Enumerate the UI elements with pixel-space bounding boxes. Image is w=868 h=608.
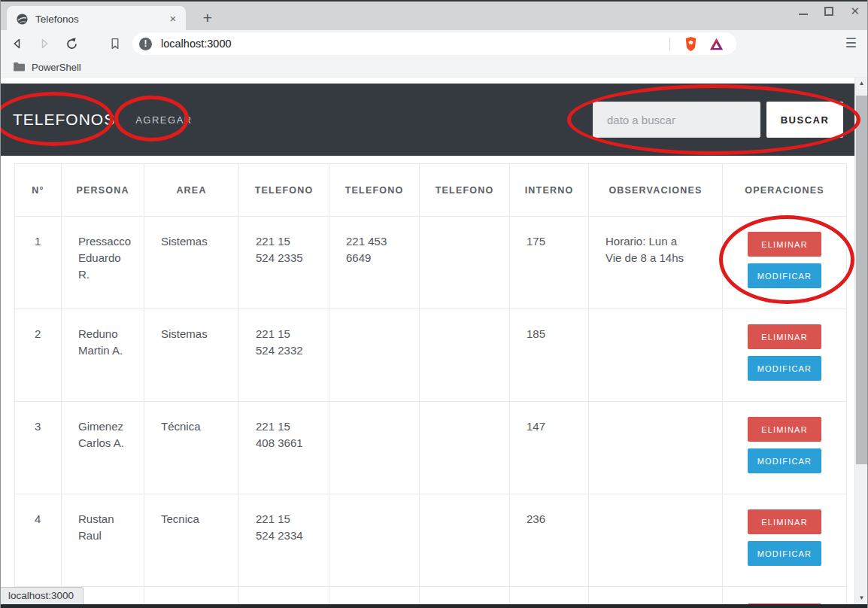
cell-interno: 175 [510, 217, 589, 309]
address-bar[interactable]: ! localhost:3000 [132, 32, 736, 55]
cell-persona: Reduno Martin A. [62, 309, 144, 402]
eliminar-button[interactable]: ELIMINAR [748, 324, 821, 349]
browser-window: Telefonos × + ✕ ! localhost:3000 [0, 0, 868, 608]
cell-area: Sistemas [144, 309, 239, 402]
col-header-persona: PERSONA [62, 164, 144, 217]
cell-area: Técnica [144, 402, 239, 494]
buscar-button[interactable]: BUSCAR [766, 102, 843, 138]
bookmark-icon[interactable] [105, 33, 126, 54]
bookmark-folder-powershell[interactable]: PowerShell [13, 62, 81, 73]
cell-telefono3 [420, 217, 510, 309]
url-text[interactable]: localhost:3000 [161, 38, 662, 50]
modificar-button[interactable]: MODIFICAR [748, 356, 821, 381]
table-row: 2 Reduno Martin A. Sistemas 221 15 524 2… [15, 309, 847, 402]
folder-icon [13, 62, 26, 72]
cell-telefono3 [420, 402, 510, 494]
cell-telefono2 [329, 309, 420, 402]
eliminar-button[interactable]: ELIMINAR [748, 509, 821, 534]
cell-telefono1: 221 15 524 2334 [239, 494, 329, 587]
table-row: 3 Gimenez Carlos A. Técnica 221 15 408 3… [15, 402, 847, 494]
cell-operaciones: ELIMINAR MODIFICAR [723, 309, 847, 402]
cell-observaciones [589, 402, 723, 494]
cell-telefono1: 221 15 524 2335 [239, 217, 329, 309]
eliminar-button[interactable]: ELIMINAR [748, 232, 821, 257]
col-header-operaciones: OPERACIONES [723, 164, 847, 217]
reload-button[interactable] [61, 33, 82, 54]
nav-link-agregar[interactable]: AGREGAR [135, 114, 193, 126]
window-bottom-edge [1, 604, 867, 608]
table-row: 1 Pressacco Eduardo R. Sistemas 221 15 5… [15, 217, 847, 309]
modificar-button[interactable]: MODIFICAR [748, 541, 821, 566]
app-navbar: TELEFONOS AGREGAR BUSCAR [1, 84, 856, 156]
cell-observaciones [589, 494, 723, 587]
status-link-tooltip: localhost:3000 [1, 587, 83, 604]
cell-numero: 1 [15, 217, 62, 309]
cell-telefono3 [420, 309, 510, 402]
cell-area: Tecnica [144, 494, 239, 587]
back-button[interactable] [7, 33, 28, 54]
scroll-up-icon[interactable]: ▲ [855, 78, 867, 90]
col-header-numero: N° [15, 164, 62, 217]
cell-operaciones: ELIMINAR MODIFICAR [723, 402, 847, 494]
divider [669, 38, 670, 50]
tab-strip: Telefonos × + ✕ [1, 0, 867, 30]
table-row: 4 Rustan Raul Tecnica 221 15 524 2334 23… [15, 494, 847, 587]
tab-close-icon[interactable]: × [166, 12, 180, 26]
cell-operaciones: ELIMINAR MODIFICAR [723, 217, 847, 309]
col-header-observaciones: OBSERVACIONES [589, 164, 723, 217]
cell-area: Sistemas [144, 217, 239, 309]
close-window-button[interactable]: ✕ [850, 6, 860, 17]
cell-telefono3 [420, 494, 510, 587]
table-header-row: N° PERSONA AREA TELEFONO TELEFONO TELEFO… [15, 164, 847, 217]
cell-numero: 2 [15, 309, 62, 402]
cell-numero: 4 [15, 494, 62, 587]
cell-interno: 185 [510, 309, 589, 402]
cell-observaciones [589, 309, 723, 402]
modificar-button[interactable]: MODIFICAR [748, 448, 821, 473]
bookmarks-bar: PowerShell [1, 57, 867, 78]
scrollbar-thumb[interactable] [856, 96, 867, 464]
bookmark-folder-label: PowerShell [32, 62, 81, 73]
tab-favicon-globe-icon [16, 13, 29, 26]
page-viewport: TELEFONOS AGREGAR BUSCAR N° PERSONA AREA… [1, 78, 867, 604]
page-scrollbar[interactable]: ▲ ▼ [854, 78, 867, 604]
cell-operaciones: ELIMINAR MODIFICAR [723, 494, 847, 587]
minimize-button[interactable] [799, 8, 808, 15]
new-tab-button[interactable]: + [198, 8, 217, 28]
cell-telefono2 [329, 494, 420, 587]
phones-table: N° PERSONA AREA TELEFONO TELEFONO TELEFO… [14, 163, 847, 604]
eliminar-button[interactable]: ELIMINAR [748, 417, 821, 442]
cell-telefono2 [329, 402, 420, 494]
cell-interno: 236 [510, 494, 589, 587]
cell-observaciones: Horario: Lun a Vie de 8 a 14hs [589, 217, 723, 309]
forward-button[interactable] [34, 33, 55, 54]
cell-numero: 3 [15, 402, 62, 494]
cell-persona: Gimenez Carlos A. [62, 402, 144, 494]
col-header-telefono1: TELEFONO [239, 164, 329, 217]
col-header-telefono2: TELEFONO [329, 164, 420, 217]
browser-menu-icon[interactable]: ☰ [845, 35, 857, 51]
col-header-interno: INTERNO [510, 164, 589, 217]
cell-persona: Rustan Raul [62, 494, 144, 587]
app-brand-telefonos[interactable]: TELEFONOS [13, 111, 115, 129]
cell-telefono1: 221 15 408 3661 [239, 402, 329, 494]
site-info-icon[interactable]: ! [139, 38, 152, 50]
tab-title: Telefonos [35, 14, 166, 25]
browser-toolbar: ! localhost:3000 ☰ [1, 30, 867, 57]
cell-telefono1: 221 15 524 2332 [239, 309, 329, 402]
col-header-telefono3: TELEFONO [420, 164, 510, 217]
browser-tab[interactable]: Telefonos × [7, 6, 186, 32]
brave-shield-icon[interactable] [682, 35, 699, 52]
scroll-down-icon[interactable]: ▼ [855, 592, 867, 604]
window-controls: ✕ [799, 6, 860, 17]
search-input[interactable] [593, 102, 760, 138]
modificar-button[interactable]: MODIFICAR [748, 263, 821, 288]
col-header-area: AREA [144, 164, 239, 217]
cell-persona: Pressacco Eduardo R. [62, 217, 144, 309]
table-row-partial [15, 587, 847, 605]
cell-interno: 147 [510, 402, 589, 494]
maximize-button[interactable] [824, 7, 833, 16]
bat-rewards-icon[interactable] [708, 35, 724, 52]
cell-telefono2: 221 453 6649 [329, 217, 420, 309]
